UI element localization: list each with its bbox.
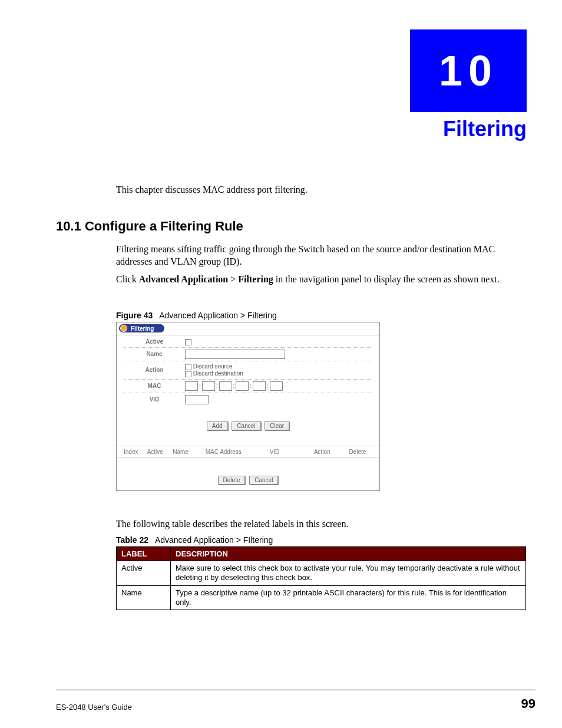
filtering-screenshot: Filtering Active Name Action Discard sou… [116, 322, 380, 491]
label-name: Name [124, 351, 185, 357]
clear-button[interactable]: Clear [265, 421, 289, 430]
th-index: Index [124, 449, 147, 455]
vid-input[interactable] [185, 395, 209, 404]
label-mac: MAC [124, 383, 185, 389]
mac-octet-6[interactable] [270, 381, 283, 391]
screenshot-title-pill: Filtering [119, 324, 164, 332]
mac-octet-4[interactable] [236, 381, 249, 391]
table-row: Name Type a descriptive name (up to 32 p… [117, 585, 526, 610]
button-row-2: Delete Cancel [117, 458, 379, 490]
mac-octet-5[interactable] [253, 381, 266, 391]
label-action: Action [124, 367, 185, 373]
cell-desc: Type a descriptive name (up to 32 printa… [171, 585, 526, 610]
row-name: Name [124, 348, 372, 361]
body2-post: in the navigation panel to display the s… [273, 274, 500, 284]
body2-bold2: Filtering [238, 274, 273, 284]
body2-mid: > [228, 274, 238, 284]
discard-destination-checkbox[interactable] [185, 371, 191, 377]
th-action: Action [314, 449, 349, 455]
cell-desc: Make sure to select this check box to ac… [171, 561, 526, 586]
table-title: Advanced Application > FIltering [155, 535, 273, 545]
desc-th-description: DESCRIPTION [171, 547, 526, 561]
figure-label: Figure 43 [116, 311, 153, 320]
button-row-1: Add Cancel Clear [117, 410, 379, 446]
label-active: Active [124, 338, 185, 345]
mac-octet-1[interactable] [185, 381, 198, 391]
screenshot-title: Filtering [131, 325, 154, 332]
cancel-button-2[interactable]: Cancel [249, 476, 278, 485]
chapter-number: 10 [439, 47, 498, 95]
active-checkbox[interactable] [185, 339, 191, 345]
chapter-title: Filtering [443, 117, 527, 141]
body2-bold1: Advanced Application [139, 274, 229, 284]
intro-paragraph: This chapter discusses MAC address port … [116, 185, 308, 195]
screenshot-titlebar: Filtering [117, 322, 379, 335]
label-vid: VID [124, 396, 185, 403]
row-active: Active [124, 337, 372, 348]
th-name: Name [173, 449, 205, 455]
th-delete: Delete [349, 449, 372, 455]
description-table: LABEL DESCRIPTION Active Make sure to se… [116, 546, 526, 610]
row-mac: MAC : : : : : [124, 380, 372, 393]
row-vid: VID [124, 393, 372, 406]
figure-caption: Figure 43 Advanced Application > Filteri… [116, 311, 277, 320]
discard-source-label: Discard source [193, 363, 233, 370]
row-action: Action Discard source Discard destinatio… [124, 361, 372, 380]
chapter-number-box: 10 [410, 29, 527, 112]
figure-title: Advanced Application > Filtering [159, 311, 277, 320]
discard-destination-label: Discard destination [193, 370, 243, 377]
table-row: Active Make sure to select this check bo… [117, 561, 526, 586]
section-body-2: Click Advanced Application > Filtering i… [116, 274, 527, 286]
section-body-1: Filtering means sifting traffic going th… [116, 243, 527, 268]
mac-octet-3[interactable] [219, 381, 232, 391]
cell-label: Active [117, 561, 171, 586]
th-active: Active [147, 449, 173, 455]
th-mac: MAC Address [206, 449, 270, 455]
discard-source-checkbox[interactable] [185, 364, 191, 370]
mac-octet-2[interactable] [202, 381, 215, 391]
table-label: Table 22 [116, 535, 148, 545]
cancel-button-1[interactable]: Cancel [232, 421, 260, 430]
name-input[interactable] [185, 350, 285, 359]
page-footer: ES-2048 User's Guide 99 [56, 690, 535, 711]
th-vid: VID [270, 449, 314, 455]
rules-table-header: Index Active Name MAC Address VID Action… [117, 446, 379, 458]
section-heading: 10.1 Configure a Filtering Rule [56, 219, 243, 234]
body2-pre: Click [116, 274, 139, 284]
desc-th-label: LABEL [117, 547, 171, 561]
footer-page-number: 99 [521, 696, 535, 711]
post-figure-paragraph: The following table describes the relate… [116, 519, 527, 529]
cell-label: Name [117, 585, 171, 610]
add-button[interactable]: Add [207, 421, 228, 430]
table-caption: Table 22 Advanced Application > FIlterin… [116, 535, 273, 545]
delete-button[interactable]: Delete [218, 476, 246, 485]
pill-dot-icon [120, 325, 127, 332]
footer-guide: ES-2048 User's Guide [56, 703, 132, 711]
